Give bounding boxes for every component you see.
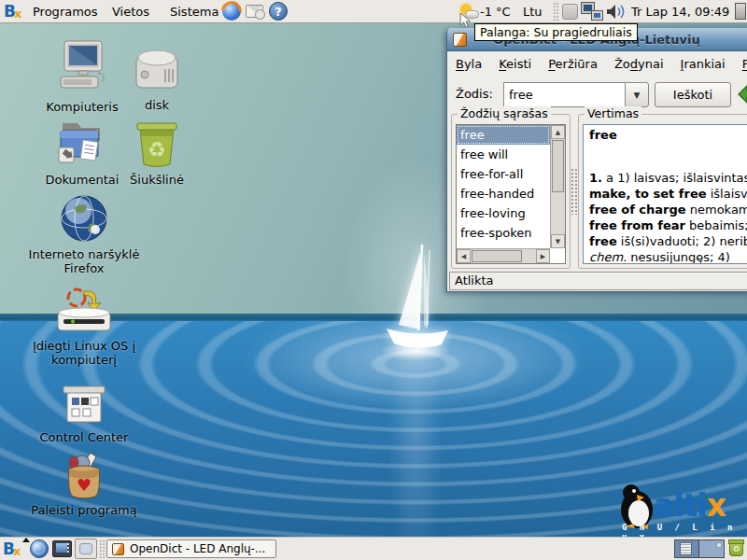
desktop-icon-label: disk bbox=[116, 98, 198, 112]
chevron-down-icon: ▼ bbox=[634, 91, 641, 100]
desktop-icon-disk[interactable]: disk bbox=[116, 43, 198, 112]
desktop-icon-computer[interactable]: Kompiuteris bbox=[35, 39, 129, 114]
combo-dropdown-button[interactable]: ▼ bbox=[625, 82, 649, 107]
scroll-down-icon[interactable]: ▼ bbox=[551, 234, 565, 248]
translation-group: Vertimas free 1. a 1) laisvas; išlaisvin… bbox=[578, 114, 747, 269]
word-list-item[interactable]: free will bbox=[457, 145, 550, 164]
mail-launcher-icon[interactable] bbox=[246, 0, 263, 22]
vertical-scroll-thumb[interactable] bbox=[552, 140, 564, 192]
word-combobox: ▼ bbox=[503, 82, 649, 107]
desktop-icon-install-linux[interactable]: Įdiegti Linux OS į kompiuterį bbox=[26, 287, 142, 367]
menu-programos[interactable]: Programos bbox=[31, 0, 100, 22]
search-button[interactable]: Ieškoti bbox=[655, 82, 731, 107]
weather-tooltip: Palanga: Su pragiedruliais bbox=[474, 23, 638, 41]
volume-tray-icon[interactable] bbox=[606, 0, 627, 22]
tray-blank-icon[interactable] bbox=[562, 0, 578, 22]
desktop-icon-run-program[interactable]: ♥ Paleisti programą bbox=[28, 452, 140, 517]
opendict-book-icon bbox=[112, 543, 124, 555]
headword: free bbox=[589, 128, 747, 142]
weather-temperature[interactable]: -1 °C bbox=[480, 0, 511, 22]
keyboard-layout-indicator[interactable]: Ltu bbox=[523, 0, 543, 22]
menu-vietos[interactable]: Vietos bbox=[110, 0, 151, 22]
window-thumbnail bbox=[680, 542, 692, 555]
quit-applet-icon[interactable] bbox=[735, 0, 747, 22]
word-list: free free will free-for-all free-handed … bbox=[456, 124, 566, 264]
word-label: Žodis: bbox=[456, 87, 493, 101]
scroll-up-icon[interactable]: ▲ bbox=[551, 125, 565, 139]
menu-zodynai[interactable]: Žodynai bbox=[606, 54, 672, 74]
baltix-menu-button[interactable]: Bx bbox=[3, 538, 21, 560]
desktop-icon-label: Interneto naršyklė Firefox bbox=[28, 247, 140, 275]
horizontal-scroll-thumb[interactable] bbox=[472, 250, 522, 262]
taskbar-item-opendict[interactable]: OpenDict - LED Anglų-... bbox=[106, 539, 276, 558]
translation-line: 1. a 1) laisvas; išlaisvintas; t bbox=[589, 170, 747, 186]
menu-keisti[interactable]: Keisti bbox=[490, 54, 540, 74]
search-row: Žodis: ▼ Ieškoti bbox=[447, 80, 747, 108]
media-player-launcher-icon[interactable] bbox=[52, 538, 72, 560]
desktop-icon-label: Kompiuteris bbox=[35, 100, 129, 114]
horizontal-scrollbar[interactable]: ◀ ▶ bbox=[457, 248, 550, 263]
firefox-launcher-icon[interactable] bbox=[222, 0, 241, 22]
top-panel: Bx Programos Vietos Sistema ? -1 °C Ltu … bbox=[0, 0, 747, 23]
install-os-icon bbox=[26, 287, 142, 336]
trash-applet-icon[interactable]: ♻ bbox=[729, 538, 743, 560]
menu-byla[interactable]: Byla bbox=[447, 54, 490, 74]
translation-line: chem. nesusijungęs; 4) bbox=[589, 249, 747, 264]
translation-line: make, to set free išlaisvin bbox=[589, 186, 747, 202]
word-list-group: Žodžių sąrašas free free will free-for-a… bbox=[451, 114, 571, 269]
translation-line: free of charge nemokama bbox=[589, 202, 747, 217]
translation-line: free iš(si)vaduoti; 2) neribot bbox=[589, 233, 747, 249]
translation-text-area[interactable]: free 1. a 1) laisvas; išlaisvintas; t ma… bbox=[583, 124, 747, 264]
workspace-switcher bbox=[674, 539, 725, 558]
pane-splitter[interactable] bbox=[571, 168, 578, 215]
web-browser-launcher-icon[interactable] bbox=[30, 538, 49, 560]
word-list-title: Žodžių sąrašas bbox=[458, 106, 551, 120]
scroll-right-icon[interactable]: ▶ bbox=[536, 249, 550, 263]
taskbar-drag-handle[interactable] bbox=[99, 538, 106, 560]
help-launcher-icon[interactable]: ? bbox=[269, 0, 288, 22]
scroll-left-icon[interactable]: ◀ bbox=[457, 249, 471, 263]
menu-pagalba[interactable]: Pag bbox=[734, 54, 747, 74]
network-tray-icon[interactable] bbox=[582, 0, 602, 22]
translation-line: free from fear bebaimis; t bbox=[589, 217, 747, 233]
word-list-item[interactable]: free bbox=[457, 125, 550, 145]
opendict-window: OpenDict - LED Anglų-Lietuvių Byla Keist… bbox=[446, 28, 747, 292]
word-list-item[interactable]: free-spoken bbox=[457, 223, 550, 243]
menu-perziura[interactable]: Peržiūra bbox=[540, 54, 606, 74]
opendict-book-icon bbox=[453, 33, 467, 47]
window-thumbnail-small bbox=[716, 542, 722, 548]
desktop-icon-documents[interactable]: Dokumentai bbox=[35, 116, 129, 187]
tray-drag-handle[interactable] bbox=[553, 0, 559, 22]
word-input[interactable] bbox=[503, 82, 625, 107]
menu-sistema[interactable]: Sistema bbox=[168, 0, 220, 22]
vertical-scrollbar[interactable]: ▲ ▼ bbox=[550, 125, 565, 248]
desktop-icon-label: Šiukšlinė bbox=[116, 173, 198, 187]
baltix-menu-icon[interactable]: Bx bbox=[4, 0, 21, 22]
desktop-icon-control-center[interactable]: Control Center bbox=[28, 383, 140, 444]
back-arrow-icon[interactable] bbox=[737, 84, 747, 105]
word-list-item[interactable]: free-for-all bbox=[457, 164, 550, 184]
workspace-2[interactable] bbox=[699, 540, 724, 557]
control-center-icon bbox=[28, 383, 140, 427]
mouse-cursor bbox=[458, 13, 474, 29]
clock-applet[interactable]: Tr Lap 14, 09:49 bbox=[631, 0, 729, 22]
desktop-icon-firefox[interactable]: Interneto naršyklė Firefox bbox=[28, 192, 140, 275]
taskbar-item-label: OpenDict - LED Anglų-... bbox=[130, 542, 265, 555]
svg-text:♥: ♥ bbox=[77, 475, 92, 495]
desktop-icon-trash[interactable]: ♻ Šiukšlinė bbox=[116, 116, 198, 187]
web-browser-globe-icon bbox=[28, 192, 140, 245]
documents-folder-icon bbox=[35, 116, 129, 170]
translation-title: Vertimas bbox=[585, 106, 641, 120]
word-list-item[interactable]: free-loving bbox=[457, 203, 550, 223]
desktop-icon-label: Įdiegti Linux OS į kompiuterį bbox=[26, 339, 142, 367]
menu-irankiai[interactable]: Įrankiai bbox=[672, 54, 734, 74]
word-list-item[interactable]: free-handed bbox=[457, 184, 550, 203]
trash-icon: ♻ bbox=[116, 116, 198, 170]
show-desktop-button[interactable] bbox=[75, 539, 97, 559]
status-bar: Atlikta bbox=[449, 272, 747, 290]
computer-icon bbox=[35, 39, 129, 97]
menu-popup-arrow-icon bbox=[22, 538, 30, 542]
window-menubar: Byla Keisti Peržiūra Žodynai Įrankiai Pa… bbox=[447, 51, 747, 76]
desktop-icon-label: Dokumentai bbox=[35, 173, 129, 187]
workspace-1[interactable] bbox=[675, 540, 699, 557]
